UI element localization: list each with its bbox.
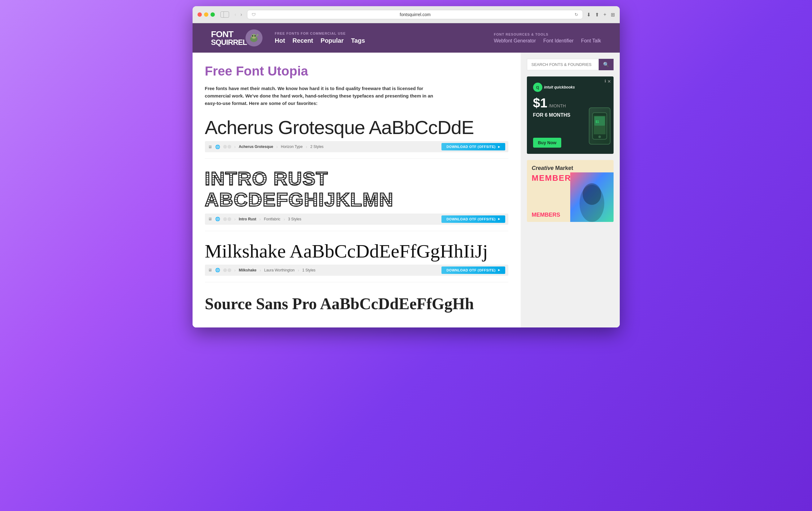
browser-chrome: ‹ › 🛡 fontsquirrel.com ↻ ⬇ ⬆ + ⊞ <box>193 6 620 23</box>
nav-tags-link[interactable]: Tags <box>351 37 365 44</box>
font-entry-acherus: Acherus Grotesque AaBbCcDdE 🖥 🌐 › Acheru… <box>205 117 508 159</box>
logo-squirrel-word: SQUIRREL <box>211 39 247 46</box>
monitor-icon-milkshake: 🖥 <box>208 268 212 272</box>
rating-milkshake <box>223 268 231 272</box>
download-intro-button[interactable]: DOWNLOAD OTF (OFFSITE) <box>441 215 505 223</box>
isep1: › <box>234 217 236 221</box>
font-entry-milkshake: Milkshake AaBbCcDdEeFfGgHhIiJj 🖥 🌐 › Mil… <box>205 240 508 282</box>
font-meta-bar-milkshake: 🖥 🌐 › Milkshake › Laura Worthington › 1 … <box>205 265 508 276</box>
creative-market-logo: Creative Market <box>532 165 609 172</box>
ad-cta-button[interactable]: Buy Now <box>533 138 561 148</box>
nav-popular-link[interactable]: Popular <box>321 37 344 44</box>
font-entry-intro-rust: INTRO RUST ABCDEFGHIJKLMN 🖥 🌐 › Intro Ru… <box>205 168 508 231</box>
ad-phone-image: $1 <box>589 108 610 145</box>
address-bar[interactable]: 🛡 fontsquirrel.com ↻ <box>247 10 583 19</box>
nav-resources-label: FONT RESOURCES & TOOLS <box>494 32 601 36</box>
nav-hot-link[interactable]: Hot <box>275 37 285 44</box>
refresh-icon[interactable]: ↻ <box>575 12 578 17</box>
ad-close-icon[interactable]: ✕ <box>607 79 611 84</box>
browser-window: ‹ › 🛡 fontsquirrel.com ↻ ⬇ ⬆ + ⊞ FONT SQ… <box>193 6 620 327</box>
svg-text:$1: $1 <box>596 120 599 123</box>
intro-foundry: Fontfabric <box>264 217 281 221</box>
sep1: › <box>234 144 236 149</box>
cm-members-text: MEMBERS <box>532 212 560 218</box>
logo-area: FONT SQUIRREL <box>211 29 262 47</box>
sidebar-toggle-button[interactable] <box>221 11 229 18</box>
nav-links-secondary: Webfont Generator Font Identifier Font T… <box>494 38 601 43</box>
url-display: fontsquirrel.com <box>258 12 572 17</box>
font-sample-milkshake: Milkshake AaBbCcDdEeFfGgHhIiJj <box>205 240 508 262</box>
milkshake-foundry: Laura Worthington <box>264 268 295 272</box>
sep2: › <box>277 144 278 149</box>
quickbooks-logo: q intuit quickbooks <box>533 83 607 92</box>
download-icon[interactable]: ⬇ <box>587 12 591 18</box>
ad-info-icon[interactable]: ℹ <box>605 79 606 83</box>
font-sample-acherus: Acherus Grotesque AaBbCcDdE <box>205 117 508 138</box>
isep2: › <box>259 217 261 221</box>
svg-point-3 <box>255 35 256 36</box>
intro-styles: 3 Styles <box>288 217 301 221</box>
forward-arrow-icon[interactable]: › <box>239 11 243 18</box>
nav-font-talk-link[interactable]: Font Talk <box>581 38 601 43</box>
shield-icon: 🛡 <box>252 12 256 17</box>
download-milkshake-button[interactable]: DOWNLOAD OTF (OFFSITE) <box>441 267 505 274</box>
istar1 <box>223 217 227 221</box>
content-area: Free Font Utopia Free fonts have met the… <box>193 53 521 327</box>
cm-face-image <box>570 172 614 222</box>
ad-price-period: /MONTH <box>549 103 566 108</box>
svg-point-4 <box>253 37 255 38</box>
browser-actions: ⬇ ⬆ + ⊞ <box>587 12 614 18</box>
milkshake-name[interactable]: Milkshake <box>239 268 256 272</box>
msep1: › <box>234 268 236 273</box>
search-box: 🔍 <box>527 59 614 70</box>
nav-links-primary: Hot Recent Popular Tags <box>275 37 365 44</box>
share-icon[interactable]: ⬆ <box>595 12 599 18</box>
ad-quickbooks-content: ℹ ✕ q intuit quickbooks $1 /MONTH FOR 6 … <box>527 77 614 154</box>
back-arrow-icon[interactable]: ‹ <box>233 11 237 18</box>
star1 <box>223 145 227 149</box>
logo-font-word: FONT <box>211 30 247 39</box>
svg-point-1 <box>251 34 256 39</box>
close-button[interactable] <box>198 12 202 17</box>
font-meta-bar-intro: 🖥 🌐 › Intro Rust › Fontfabric › 3 Styles… <box>205 214 508 225</box>
nav-webfont-generator-link[interactable]: Webfont Generator <box>494 38 536 43</box>
search-button[interactable]: 🔍 <box>599 59 614 70</box>
istar2 <box>228 217 231 221</box>
site-header: FONT SQUIRREL FREE FONTS F <box>193 23 620 53</box>
font-entry-partial: Source Sans Pro AaBbCcDdEeFfGgHh <box>205 292 508 316</box>
logo-text: FONT SQUIRREL <box>211 30 247 46</box>
ad-creative-market: Creative Market MEMBERSHIP <box>527 160 614 222</box>
monitor-icon-acherus: 🖥 <box>208 145 212 149</box>
font-meta-bar-acherus: 🖥 🌐 › Acherus Grotesque › Horizon Type ›… <box>205 141 508 152</box>
nav-font-identifier-link[interactable]: Font Identifier <box>543 38 574 43</box>
monitor-icon-intro: 🖥 <box>208 217 212 221</box>
font-sample-intro-rust: INTRO RUST ABCDEFGHIJKLMN <box>205 168 508 210</box>
search-input[interactable] <box>527 59 599 70</box>
main-content: Free Font Utopia Free fonts have met the… <box>193 53 620 327</box>
msep3: › <box>298 268 299 273</box>
ad-creative-content: Creative Market MEMBERSHIP <box>527 160 614 222</box>
globe-icon-milkshake: 🌐 <box>215 268 220 272</box>
grid-icon[interactable]: ⊞ <box>611 12 615 18</box>
rating-acherus <box>223 145 231 149</box>
acherus-foundry: Horizon Type <box>281 145 302 149</box>
mstar1 <box>223 268 227 272</box>
nav-recent-link[interactable]: Recent <box>293 37 313 44</box>
nav-resources: FONT RESOURCES & TOOLS Webfont Generator… <box>494 32 601 43</box>
acherus-name[interactable]: Acherus Grotesque <box>239 145 273 149</box>
nav-free-fonts: FREE FONTS FOR COMMERCIAL USE Hot Recent… <box>275 32 365 44</box>
maximize-button[interactable] <box>210 12 215 17</box>
nav-arrows: ‹ › <box>233 11 243 18</box>
nav-free-fonts-label: FREE FONTS FOR COMMERCIAL USE <box>275 32 365 35</box>
mstar2 <box>228 268 231 272</box>
new-tab-icon[interactable]: + <box>603 12 606 17</box>
minimize-button[interactable] <box>204 12 208 17</box>
download-acherus-button[interactable]: DOWNLOAD OTF (OFFSITE) <box>441 143 505 150</box>
qb-brand: intuit quickbooks <box>544 85 575 89</box>
intro-name[interactable]: Intro Rust <box>239 217 256 221</box>
milkshake-styles: 1 Styles <box>302 268 315 272</box>
msep2: › <box>260 268 261 273</box>
traffic-lights <box>198 12 215 17</box>
globe-icon-acherus: 🌐 <box>215 145 220 149</box>
globe-icon-intro: 🌐 <box>215 217 220 221</box>
